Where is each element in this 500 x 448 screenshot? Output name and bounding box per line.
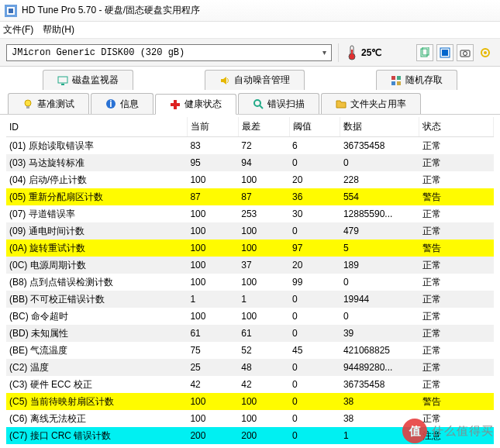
cell-threshold: 0 (289, 359, 340, 376)
cell-data: 12885590... (340, 205, 419, 222)
table-row[interactable]: (C5) 当前待映射扇区计数100100038警告 (6, 393, 494, 410)
table-row[interactable]: (BC) 命令超时10010000正常 (6, 308, 494, 325)
cell-worst: 100 (238, 222, 289, 240)
folder-icon (336, 98, 347, 109)
table-row[interactable]: (0C) 电源周期计数1003720189正常 (6, 257, 494, 274)
tab-基准测试[interactable]: 基准测试 (8, 93, 89, 114)
cell-data: 228 (340, 171, 419, 188)
table-row[interactable]: (C3) 硬件 ECC 校正4242036735458正常 (6, 376, 494, 393)
tab-label: 基准测试 (37, 98, 74, 111)
plus-icon (170, 99, 181, 110)
cell-current: 100 (187, 410, 238, 427)
info-icon: i (105, 98, 116, 109)
table-row[interactable]: (04) 启动/停止计数10010020228正常 (6, 171, 494, 188)
svg-rect-19 (397, 81, 401, 85)
cell-threshold: 0 (289, 154, 340, 171)
table-row[interactable]: (C7) 接口 CRC 错误计数20020001注意 (6, 427, 494, 444)
settings-button[interactable] (477, 44, 494, 61)
table-row[interactable]: (07) 寻道错误率1002533012885590...正常 (6, 205, 494, 222)
svg-rect-16 (391, 76, 395, 80)
temperature-value: 25℃ (361, 47, 381, 58)
cell-data: 38 (340, 393, 419, 410)
cell-data: 5 (340, 240, 419, 257)
cell-current: 100 (187, 393, 238, 410)
table-row[interactable]: (BE) 气流温度755245421068825正常 (6, 342, 494, 359)
health-table-wrap: ID 当前 最差 阈值 数据 状态 (01) 原始读取错误率8372636735… (0, 115, 500, 446)
tab-label: 自动噪音管理 (234, 74, 290, 87)
cell-threshold: 30 (289, 205, 340, 222)
cell-status: 正常 (419, 274, 494, 291)
copy-button[interactable] (416, 44, 433, 61)
toolbar-buttons (416, 44, 494, 61)
tab-信息[interactable]: i信息 (91, 93, 153, 114)
col-worst[interactable]: 最差 (238, 117, 289, 137)
table-row[interactable]: (BB) 不可校正错误计数11019944正常 (6, 291, 494, 308)
cell-current: 87 (187, 188, 238, 205)
table-row[interactable]: (B8) 点到点错误检测计数100100990正常 (6, 274, 494, 291)
cell-threshold: 36 (289, 188, 340, 205)
cell-current: 100 (187, 205, 238, 222)
col-status[interactable]: 状态 (419, 117, 494, 137)
cell-id: (07) 寻道错误率 (6, 205, 187, 222)
tab-随机存取[interactable]: 随机存取 (376, 70, 457, 90)
cell-threshold: 97 (289, 240, 340, 257)
tab-磁盘监视器[interactable]: 磁盘监视器 (43, 70, 133, 90)
col-current[interactable]: 当前 (187, 117, 238, 137)
cell-worst: 1 (238, 291, 289, 308)
cell-id: (BC) 命令超时 (6, 308, 187, 325)
cell-id: (C7) 接口 CRC 错误计数 (6, 427, 187, 444)
col-threshold[interactable]: 阈值 (289, 117, 340, 137)
cell-status: 正常 (419, 154, 494, 171)
drive-select[interactable]: JMicron Generic DISK00 (320 gB) ▾ (6, 44, 332, 61)
svg-rect-17 (397, 76, 401, 80)
cell-threshold: 0 (289, 308, 340, 325)
table-row[interactable]: (01) 原始读取错误率8372636735458正常 (6, 137, 494, 155)
tab-自动噪音管理[interactable]: 自动噪音管理 (205, 70, 305, 90)
cell-worst: 61 (238, 325, 289, 342)
tab-错误扫描[interactable]: 错误扫描 (238, 93, 319, 114)
col-data[interactable]: 数据 (340, 117, 419, 137)
cell-data: 0 (340, 154, 419, 171)
cell-status: 正常 (419, 308, 494, 325)
cell-id: (0A) 旋转重试计数 (6, 240, 187, 257)
search-icon (253, 98, 264, 109)
thermometer-icon (346, 45, 358, 60)
cell-threshold: 0 (289, 325, 340, 342)
cell-current: 100 (187, 308, 238, 325)
table-row[interactable]: (09) 通电时间计数1001000479正常 (6, 222, 494, 240)
tab-健康状态[interactable]: 健康状态 (155, 94, 236, 115)
titlebar: HD Tune Pro 5.70 - 硬盘/固态硬盘实用程序 (0, 0, 500, 22)
cell-worst: 100 (238, 240, 289, 257)
cell-threshold: 0 (289, 376, 340, 393)
cell-threshold: 0 (289, 291, 340, 308)
table-row[interactable]: (05) 重新分配扇区计数878736554警告 (6, 188, 494, 205)
table-row[interactable]: (C2) 温度2548094489280...正常 (6, 359, 494, 376)
tab-label: 信息 (120, 98, 139, 111)
chevron-down-icon: ▾ (322, 48, 326, 57)
cell-data: 94489280... (340, 359, 419, 376)
cell-data: 19944 (340, 291, 419, 308)
cell-current: 42 (187, 376, 238, 393)
cell-data: 0 (340, 274, 419, 291)
table-row[interactable]: (0A) 旋转重试计数100100975警告 (6, 240, 494, 257)
cell-worst: 72 (238, 137, 289, 155)
cell-data: 36735458 (340, 376, 419, 393)
cell-status: 警告 (419, 188, 494, 205)
menu-help[interactable]: 帮助(H) (43, 23, 74, 36)
table-row[interactable]: (03) 马达旋转标准959400正常 (6, 154, 494, 171)
col-id[interactable]: ID (6, 117, 187, 137)
cell-status: 警告 (419, 393, 494, 410)
svg-point-26 (254, 100, 260, 106)
cell-data: 554 (340, 188, 419, 205)
table-row[interactable]: (C6) 离线无法校正100100038正常 (6, 410, 494, 427)
screenshot-button[interactable] (436, 44, 453, 61)
cell-status: 正常 (419, 376, 494, 393)
cell-id: (C2) 温度 (6, 359, 187, 376)
cell-current: 1 (187, 291, 238, 308)
menu-file[interactable]: 文件(F) (3, 23, 33, 36)
cell-data: 421068825 (340, 342, 419, 359)
camera-button[interactable] (457, 44, 474, 61)
cell-id: (C6) 离线无法校正 (6, 410, 187, 427)
tab-文件夹占用率[interactable]: 文件夹占用率 (321, 93, 421, 114)
table-row[interactable]: (BD) 未知属性6161039正常 (6, 325, 494, 342)
